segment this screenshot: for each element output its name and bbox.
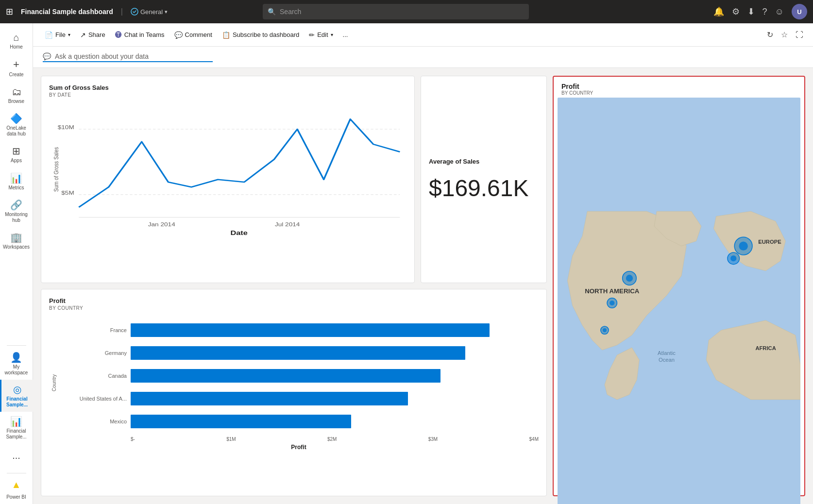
create-icon: +	[13, 58, 19, 71]
powerbi-icon: ▲	[12, 479, 21, 490]
settings-icon[interactable]: ⚙	[732, 6, 740, 17]
toolbar: 📄 File ▾ ↗ Share 🅣 Chat in Teams 💬 Comme…	[33, 23, 813, 47]
avg-sales-tile: Average of Sales $169.61K	[421, 76, 547, 283]
avg-sales-value: $169.61K	[429, 175, 529, 202]
subscribe-icon: 📋	[222, 31, 230, 39]
bar-x-tick-1: $1M	[226, 437, 236, 442]
comment-button[interactable]: 💬 Comment	[170, 29, 216, 41]
sidebar-bottom: 👤 Myworkspace ◎ FinancialSample... 📊 Fin…	[0, 343, 33, 504]
monitoring-icon: 🔗	[10, 199, 22, 211]
bar-y-label: Country	[49, 315, 59, 451]
qa-bar: 💬	[33, 47, 813, 68]
refresh-icon[interactable]: ↻	[765, 28, 775, 41]
sidebar-item-onelake[interactable]: 🔷 OneLakedata hub	[0, 109, 33, 141]
svg-point-12	[626, 275, 633, 282]
notification-icon[interactable]: 🔔	[713, 6, 724, 17]
top-nav: ⊞ Financial Sample dashboard | General ▾…	[0, 0, 813, 23]
financial2-icon: 📊	[10, 416, 22, 427]
subscribe-button[interactable]: 📋 Subscribe to dashboard	[218, 29, 303, 41]
sidebar-item-metrics[interactable]: 📊 Metrics	[0, 168, 33, 195]
bar-track-canada	[131, 369, 539, 383]
svg-point-18	[739, 241, 747, 250]
bar-x-tick-2: $2M	[327, 437, 337, 442]
sidebar-item-myworkspace[interactable]: 👤 Myworkspace	[0, 348, 33, 380]
sidebar-item-monitoring[interactable]: 🔗 Monitoringhub	[0, 195, 33, 227]
more-options-button[interactable]: ...	[339, 29, 352, 41]
map-container[interactable]: NORTH AMERICA EUROPE Atlantic Ocean AFRI…	[558, 98, 800, 504]
sidebar-item-workspaces[interactable]: 🏢 Workspaces	[0, 227, 33, 254]
sidebar-divider	[7, 345, 26, 346]
bar-chart-inner: France Germany	[59, 315, 539, 451]
bar-country-usa: United States of A...	[59, 396, 127, 402]
svg-text:Jan 2014: Jan 2014	[148, 222, 175, 228]
map-svg: NORTH AMERICA EUROPE Atlantic Ocean AFRI…	[558, 98, 800, 504]
bar-fill-canada	[131, 369, 440, 383]
sidebar-item-more[interactable]: ···	[0, 444, 33, 471]
sidebar-item-create[interactable]: + Create	[0, 54, 33, 82]
chat-teams-button[interactable]: 🅣 Chat in Teams	[111, 29, 169, 41]
share-button[interactable]: ↗ Share	[76, 29, 109, 41]
file-button[interactable]: 📄 File ▾	[41, 29, 74, 41]
line-chart-subtitle: BY DATE	[49, 92, 406, 98]
bar-fill-mexico	[131, 415, 351, 428]
svg-text:Ocean: Ocean	[659, 357, 675, 363]
qa-icon: 💬	[43, 52, 51, 60]
svg-text:Jul 2014: Jul 2014	[275, 222, 300, 228]
sidebar-item-financial-active[interactable]: ◎ FinancialSample...	[0, 380, 33, 412]
bar-country-germany: Germany	[59, 350, 127, 356]
bar-fill-germany	[131, 346, 465, 360]
fullscreen-icon[interactable]: ⛶	[794, 29, 805, 41]
help-icon[interactable]: ?	[762, 7, 767, 17]
workspace-chevron: ▾	[165, 9, 168, 15]
bar-country-canada: Canada	[59, 373, 127, 379]
grid-icon[interactable]: ⊞	[6, 6, 13, 17]
favorite-icon[interactable]: ☆	[779, 28, 790, 41]
svg-text:NORTH AMERICA: NORTH AMERICA	[585, 287, 640, 295]
line-chart-container: $10M $5M Sum of Gross Sales Jan 2014	[49, 101, 406, 237]
sidebar-item-financial2[interactable]: 📊 FinancialSample...	[0, 412, 33, 444]
edit-button[interactable]: ✏ Edit ▾	[305, 29, 337, 41]
bar-fill-france	[131, 323, 490, 337]
onelake-icon: 🔷	[10, 113, 22, 124]
bar-track-mexico	[131, 415, 539, 428]
edit-chevron: ▾	[331, 32, 333, 37]
svg-text:AFRICA: AFRICA	[755, 345, 776, 351]
workspace-label: General	[140, 8, 163, 16]
powerbi-label: Power BI	[6, 494, 26, 500]
powerbi-logo: ▲	[12, 475, 21, 494]
bar-x-tick-0: $-	[131, 437, 135, 442]
workspace-badge[interactable]: General ▾	[131, 8, 168, 16]
user-avatar[interactable]: U	[792, 4, 807, 19]
face-icon[interactable]: ☺	[775, 7, 784, 17]
bar-x-tick-4: $4M	[529, 437, 539, 442]
svg-point-14	[610, 301, 614, 305]
nav-right-icons: 🔔 ⚙ ⬇ ? ☺ U	[713, 4, 807, 19]
svg-text:$10M: $10M	[58, 125, 74, 131]
download-icon[interactable]: ⬇	[747, 6, 755, 17]
sidebar-item-browse[interactable]: 🗂 Browse	[0, 82, 33, 109]
bar-track-germany	[131, 346, 539, 360]
svg-text:EUROPE: EUROPE	[758, 239, 781, 245]
qa-input[interactable]	[55, 52, 213, 60]
file-icon: 📄	[45, 31, 53, 39]
file-chevron: ▾	[68, 32, 70, 37]
browse-icon: 🗂	[12, 86, 21, 98]
map-subtitle: BY COUNTRY	[558, 90, 800, 98]
share-icon: ↗	[80, 31, 86, 39]
sidebar-item-home[interactable]: ⌂ Home	[0, 27, 33, 54]
qa-input-container[interactable]: 💬	[43, 52, 213, 62]
line-chart-title: Sum of Gross Sales	[49, 84, 406, 91]
bar-x-tick-3: $3M	[428, 437, 438, 442]
search-icon: 🔍	[268, 8, 276, 16]
main-layout: ⌂ Home + Create 🗂 Browse 🔷 OneLakedata h…	[0, 23, 813, 504]
dashboard-grid: Sum of Gross Sales BY DATE $10M $5M Sum …	[33, 68, 813, 504]
bar-track-usa	[131, 392, 539, 405]
search-bar[interactable]: 🔍	[263, 4, 529, 19]
bar-chart-subtitle: BY COUNTRY	[49, 305, 539, 311]
bar-track-france	[131, 323, 539, 337]
search-input[interactable]	[280, 8, 524, 16]
line-chart-svg: $10M $5M Sum of Gross Sales Jan 2014	[49, 101, 406, 237]
financial-active-icon: ◎	[13, 384, 21, 395]
bar-country-france: France	[59, 327, 127, 333]
sidebar-item-apps[interactable]: ⊞ Apps	[0, 141, 33, 168]
